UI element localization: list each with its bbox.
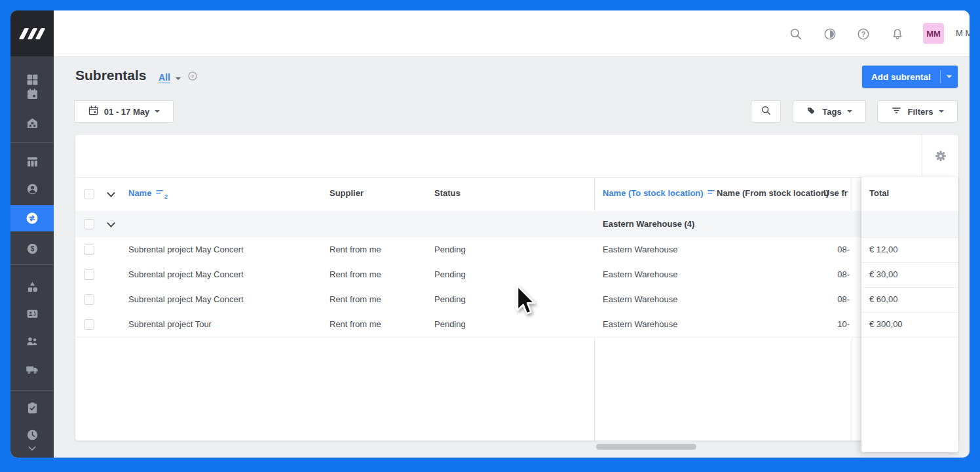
clipboard-check-icon: [26, 401, 39, 415]
chevron-down-icon: [176, 77, 181, 83]
sidebar-item-account[interactable]: [10, 176, 54, 201]
cell-status: Pending: [434, 319, 466, 329]
tag-icon: [806, 106, 817, 118]
sidebar-more-chevron[interactable]: [10, 442, 54, 456]
header-label: Name (To stock location): [603, 188, 704, 198]
add-subrental-dropdown[interactable]: [941, 73, 958, 81]
sidebar-divider: [10, 390, 54, 391]
select-all-checkbox[interactable]: [84, 189, 94, 199]
subrentals-table: Name 2 Supplier Status Name (To stock lo…: [75, 135, 958, 441]
search-icon: [761, 105, 772, 118]
cell-supplier: Rent from me: [330, 294, 381, 304]
sidebar-item-projects[interactable]: [10, 149, 54, 174]
column-header-total[interactable]: Total: [869, 188, 889, 198]
group-row[interactable]: Eastern Warehouse (4): [75, 211, 958, 238]
cell-to-stock-location: Eastern Warehouse: [603, 245, 677, 254]
row-checkbox[interactable]: [84, 294, 94, 305]
filters-button[interactable]: Filters: [877, 100, 958, 123]
cell-use-from: 08-: [802, 294, 850, 304]
sidebar-item-tasks[interactable]: [10, 395, 54, 420]
table-search-button[interactable]: [751, 100, 781, 123]
group-collapse-chevron-icon[interactable]: [108, 220, 114, 226]
warehouse-icon: [26, 116, 39, 130]
cell-supplier: Rent from me: [330, 245, 381, 254]
group-checkbox[interactable]: [84, 219, 94, 229]
cell-total: € 30,00: [869, 269, 897, 279]
total-cell-row[interactable]: € 12,00: [861, 237, 958, 263]
row-checkbox[interactable]: [84, 269, 94, 280]
help-icon[interactable]: ?: [856, 27, 871, 41]
cell-to-stock-location: Eastern Warehouse: [603, 269, 677, 279]
cell-use-from: 08-: [802, 269, 850, 279]
tags-button[interactable]: Tags: [793, 100, 866, 123]
svg-text:?: ?: [191, 73, 195, 79]
user-name: M M: [956, 28, 970, 38]
theme-toggle-icon[interactable]: [823, 27, 837, 41]
clock-icon: [26, 428, 39, 442]
sidebar-item-contacts[interactable]: [10, 301, 54, 326]
table-header-row: Name 2 Supplier Status Name (To stock lo…: [75, 177, 958, 212]
page-title: Subrentals: [75, 68, 147, 83]
horizontal-scrollbar-thumb[interactable]: [596, 444, 696, 450]
column-header-supplier[interactable]: Supplier: [330, 188, 364, 198]
svg-text:$: $: [30, 245, 34, 252]
notifications-bell-icon[interactable]: [890, 27, 905, 41]
cell-name: Subrental project May Concert: [128, 245, 244, 254]
date-range-label: 01 - 17 May: [104, 107, 149, 117]
person-icon: [26, 182, 39, 196]
truck-icon: [25, 362, 39, 376]
cell-to-stock-location: Eastern Warehouse: [603, 319, 677, 329]
sidebar-item-equipment[interactable]: [10, 274, 54, 299]
sidebar-item-crew[interactable]: [10, 328, 54, 353]
column-header-use-from[interactable]: Use fr: [823, 188, 848, 198]
rentman-logo[interactable]: [10, 10, 54, 56]
add-subrental-button[interactable]: Add subrental: [862, 66, 958, 88]
tags-label: Tags: [822, 107, 841, 117]
sidebar-item-financial[interactable]: $: [10, 236, 54, 261]
total-cell-row[interactable]: € 300,00: [861, 312, 958, 338]
app-window: ? MM M M: [10, 10, 970, 458]
date-range-button[interactable]: 01 - 17 May: [74, 100, 174, 123]
main-content: Subrentals All ? Add subrental 01 - 17 M…: [54, 56, 970, 458]
cell-name: Subrental project May Concert: [128, 269, 244, 279]
cell-status: Pending: [434, 294, 466, 304]
total-pinned-column: Total € 12,00 € 30,00 € 60,00 € 300,00: [861, 177, 958, 452]
scope-filter-link[interactable]: All: [159, 72, 170, 83]
row-checkbox[interactable]: [84, 319, 94, 330]
sidebar-divider: [10, 142, 54, 143]
sidebar-item-warehouse[interactable]: [10, 110, 54, 135]
shapes-icon: [26, 280, 39, 294]
table-settings-gear-icon[interactable]: [933, 149, 948, 163]
sidebar-item-subrentals[interactable]: [10, 205, 54, 231]
table-row[interactable]: Subrental project May Concert Rent from …: [75, 287, 958, 313]
collapse-all-chevron-icon[interactable]: [108, 189, 114, 195]
svg-text:?: ?: [861, 30, 865, 38]
column-header-name[interactable]: Name 2: [128, 188, 168, 200]
avatar[interactable]: MM: [923, 23, 944, 44]
column-header-status[interactable]: Status: [434, 188, 461, 198]
sort-icon: [156, 189, 164, 196]
sidebar-item-transport[interactable]: [10, 357, 54, 382]
table-row[interactable]: Subrental project May Concert Rent from …: [75, 237, 958, 263]
calendar-icon: [26, 87, 39, 101]
total-cell-row[interactable]: € 60,00: [861, 287, 958, 313]
column-header-to-stock-location[interactable]: Name (To stock location): [603, 188, 716, 198]
sidebar: $: [10, 10, 54, 458]
table-row[interactable]: Subrental project May Concert Rent from …: [75, 262, 958, 288]
header-label: Name: [128, 188, 151, 198]
cell-supplier: Rent from me: [330, 269, 381, 279]
cell-supplier: Rent from me: [330, 319, 381, 329]
sort-icon: [707, 189, 716, 196]
cell-status: Pending: [434, 245, 466, 254]
chevron-down-icon: [155, 110, 160, 115]
sidebar-item-planner[interactable]: [10, 81, 54, 106]
cell-total: € 12,00: [869, 245, 897, 254]
filters-label: Filters: [907, 107, 933, 117]
column-header-from-stock-location[interactable]: Name (From stock location): [717, 188, 829, 198]
page-help-icon[interactable]: ?: [187, 71, 198, 81]
table-row[interactable]: Subrental project Tour Rent from me Pend…: [75, 312, 958, 338]
search-icon[interactable]: [789, 27, 803, 41]
add-subrental-label: Add subrental: [862, 72, 940, 82]
row-checkbox[interactable]: [84, 245, 94, 255]
total-cell-row[interactable]: € 30,00: [861, 262, 958, 288]
